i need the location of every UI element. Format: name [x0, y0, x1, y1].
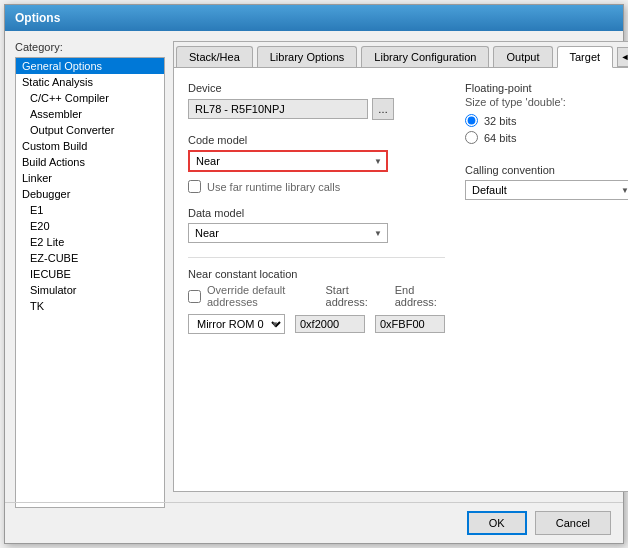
options-dialog: Options Category: General OptionsStatic … [4, 4, 624, 544]
tab-stack-heap[interactable]: Stack/Hea [176, 46, 253, 67]
ok-button[interactable]: OK [467, 511, 527, 535]
category-item-build-actions[interactable]: Build Actions [16, 154, 164, 170]
device-input[interactable] [188, 99, 368, 119]
category-panel: Category: General OptionsStatic Analysis… [15, 41, 165, 492]
bits32-row[interactable]: 32 bits [465, 114, 628, 127]
category-item-e20[interactable]: E20 [16, 218, 164, 234]
category-item-assembler[interactable]: Assembler [16, 106, 164, 122]
mirror-rom-wrapper: Mirror ROM 0Mirror ROM 1 [188, 314, 285, 334]
data-model-section: Data model NearFar [188, 207, 445, 243]
calling-convention-wrapper: Default [465, 180, 628, 200]
tab-target[interactable]: Target [557, 46, 614, 68]
fp-section: Floating-point Size of type 'double': 32… [465, 82, 628, 144]
dialog-title: Options [5, 5, 623, 31]
category-item-e2-lite[interactable]: E2 Lite [16, 234, 164, 250]
category-item-cc-compiler[interactable]: C/C++ Compiler [16, 90, 164, 106]
mirror-rom-select[interactable]: Mirror ROM 0Mirror ROM 1 [188, 314, 285, 334]
bits32-label: 32 bits [484, 115, 516, 127]
tab-content: Device … Code model NearFar [174, 68, 628, 491]
code-model-section: Code model NearFar Use far runtime libra… [188, 134, 445, 193]
device-input-row: … [188, 98, 445, 120]
category-item-general-options[interactable]: General Options [16, 58, 164, 74]
content-panel: Stack/HeaLibrary OptionsLibrary Configur… [173, 41, 628, 492]
data-model-label: Data model [188, 207, 445, 219]
dialog-footer: OK Cancel [5, 502, 623, 543]
dialog-body: Category: General OptionsStatic Analysis… [5, 31, 623, 502]
category-list: General OptionsStatic AnalysisC/C++ Comp… [15, 57, 165, 508]
tab-output[interactable]: Output [493, 46, 552, 67]
category-item-tk[interactable]: TK [16, 298, 164, 314]
bits32-radio[interactable] [465, 114, 478, 127]
left-col: Device … Code model NearFar [188, 82, 445, 334]
category-item-output-converter[interactable]: Output Converter [16, 122, 164, 138]
use-far-runtime-checkbox[interactable] [188, 180, 201, 193]
override-default-row[interactable]: Override default addresses Start address… [188, 284, 445, 308]
code-model-select[interactable]: NearFar [188, 150, 388, 172]
code-model-wrapper: NearFar [188, 150, 388, 172]
addr-row: Mirror ROM 0Mirror ROM 1 [188, 314, 445, 334]
category-item-e1[interactable]: E1 [16, 202, 164, 218]
data-model-wrapper: NearFar [188, 223, 388, 243]
category-item-simulator[interactable]: Simulator [16, 282, 164, 298]
start-address-input[interactable] [295, 315, 365, 333]
fp-subtitle: Size of type 'double': [465, 96, 628, 108]
data-model-select[interactable]: NearFar [188, 223, 388, 243]
start-address-label: Start address: [326, 284, 379, 308]
category-item-linker[interactable]: Linker [16, 170, 164, 186]
code-model-label: Code model [188, 134, 445, 146]
target-two-col: Device … Code model NearFar [188, 82, 628, 334]
tabs-bar: Stack/HeaLibrary OptionsLibrary Configur… [174, 42, 628, 68]
category-label: Category: [15, 41, 165, 53]
end-address-label: End address: [395, 284, 445, 308]
device-section: Device … [188, 82, 445, 120]
device-browse-btn[interactable]: … [372, 98, 394, 120]
near-constant-label: Near constant location [188, 268, 445, 280]
category-item-iecube[interactable]: IECUBE [16, 266, 164, 282]
near-constant-section: Near constant location Override default … [188, 257, 445, 334]
use-far-runtime-row[interactable]: Use far runtime library calls [188, 180, 445, 193]
bits64-row[interactable]: 64 bits [465, 131, 628, 144]
tab-scroll-left[interactable]: ◄ [617, 47, 628, 67]
use-far-runtime-label: Use far runtime library calls [207, 181, 340, 193]
device-label: Device [188, 82, 445, 94]
right-col: Floating-point Size of type 'double': 32… [465, 82, 628, 334]
tab-library-configuration[interactable]: Library Configuration [361, 46, 489, 67]
bits64-radio[interactable] [465, 131, 478, 144]
category-item-custom-build[interactable]: Custom Build [16, 138, 164, 154]
calling-convention-section: Calling convention Default [465, 164, 628, 200]
category-item-debugger[interactable]: Debugger [16, 186, 164, 202]
category-item-static-analysis[interactable]: Static Analysis [16, 74, 164, 90]
calling-convention-label: Calling convention [465, 164, 628, 176]
tab-library-options[interactable]: Library Options [257, 46, 358, 67]
calling-convention-select[interactable]: Default [465, 180, 628, 200]
end-address-input[interactable] [375, 315, 445, 333]
bits64-label: 64 bits [484, 132, 516, 144]
category-item-ez-cube[interactable]: EZ-CUBE [16, 250, 164, 266]
fp-title: Floating-point [465, 82, 628, 94]
override-default-label: Override default addresses [207, 284, 310, 308]
override-default-checkbox[interactable] [188, 290, 201, 303]
cancel-button[interactable]: Cancel [535, 511, 611, 535]
